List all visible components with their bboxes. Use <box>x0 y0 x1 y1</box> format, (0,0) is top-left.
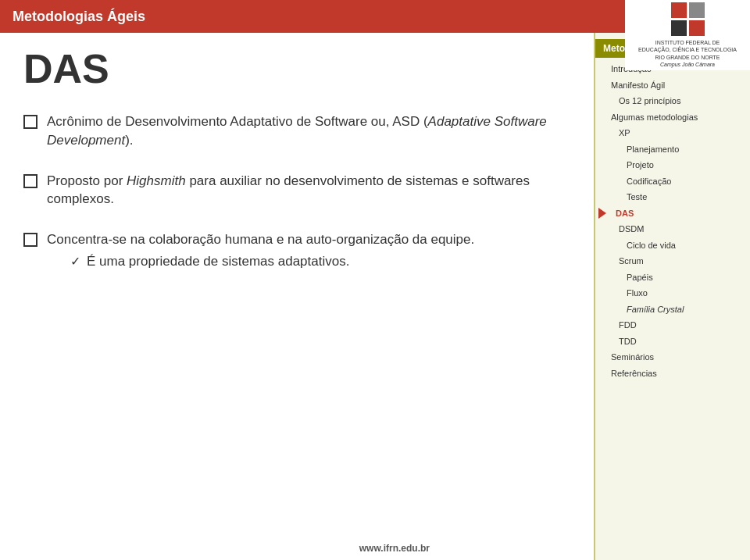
main-content: DAS Acrônimo de Desenvolvimento Adaptati… <box>0 33 750 560</box>
sidebar-item-papeis[interactable]: Papéis <box>595 269 750 286</box>
logo-text: INSTITUTO FEDERAL DE EDUCAÇÃO, CIÊNCIA E… <box>638 39 737 67</box>
logo-squares <box>671 2 705 36</box>
sidebar-item-12principios[interactable]: Os 12 princípios <box>595 93 750 109</box>
checkbox-icon-3 <box>23 233 38 247</box>
bullet-text-3: Concentra-se na colaboração humana e na … <box>47 230 474 249</box>
sidebar-item-tdd[interactable]: TDD <box>595 334 750 350</box>
checkbox-icon-2 <box>23 174 38 188</box>
sidebar-item-xp[interactable]: XP <box>595 125 750 141</box>
logo-area: INSTITUTO FEDERAL DE EDUCAÇÃO, CIÊNCIA E… <box>625 0 750 70</box>
page-title: DAS <box>23 48 570 89</box>
sidebar-item-dsdm[interactable]: DSDM <box>595 221 750 237</box>
sidebar-item-algumas[interactable]: Algumas metodologias <box>595 109 750 126</box>
bullet-text-1: Acrônimo de Desenvolvimento Adaptativo d… <box>47 112 570 150</box>
left-panel: DAS Acrônimo de Desenvolvimento Adaptati… <box>0 33 594 560</box>
header-title: Metodologias Ágeis <box>12 9 145 25</box>
sidebar-item-referencias[interactable]: Referências <box>595 366 750 382</box>
footer: www.ifrn.edu.br <box>359 543 430 554</box>
sidebar-item-projeto[interactable]: Projeto <box>595 157 750 173</box>
sidebar-item-scrum[interactable]: Scrum <box>595 253 750 269</box>
sidebar-item-fdd[interactable]: FDD <box>595 317 750 334</box>
bullet-item-3: Concentra-se na colaboração humana e na … <box>23 230 570 269</box>
checkbox-icon-1 <box>23 115 38 129</box>
checkmark-icon: ✓ <box>70 254 80 269</box>
sidebar-item-familia-crystal[interactable]: Família Crystal <box>595 301 750 318</box>
sidebar-item-seminarios[interactable]: Seminários <box>595 349 750 366</box>
right-sidebar: Metodologias Ágeis Introdução Manifesto … <box>594 33 750 560</box>
sidebar-item-planejamento[interactable]: Planejamento <box>595 141 750 158</box>
logo-sq-gray1 <box>689 2 705 18</box>
logo-sq-dark1 <box>671 20 687 36</box>
das-arrow-icon <box>598 208 606 219</box>
bullet-text-2: Proposto por Highsmith para auxiliar no … <box>47 172 570 209</box>
sidebar-item-ciclo[interactable]: Ciclo de vida <box>595 237 750 254</box>
sidebar-item-das[interactable]: DAS <box>595 205 750 222</box>
sidebar-item-wrapper-das: DAS <box>595 205 750 222</box>
sub-text-1: É uma propriedade de sistemas adaptativo… <box>87 254 349 269</box>
sidebar-item-codificacao[interactable]: Codificação <box>595 173 750 190</box>
sidebar-item-fluxo[interactable]: Fluxo <box>595 285 750 301</box>
sub-item-1: ✓ É uma propriedade de sistemas adaptati… <box>70 254 474 269</box>
bullet-item-2: Proposto por Highsmith para auxiliar no … <box>23 172 570 209</box>
ifrn-logo: INSTITUTO FEDERAL DE EDUCAÇÃO, CIÊNCIA E… <box>638 2 737 67</box>
bullet-item-1: Acrônimo de Desenvolvimento Adaptativo d… <box>23 112 570 150</box>
sidebar-item-manifesto[interactable]: Manifesto Ágil <box>595 77 750 94</box>
logo-sq-red1 <box>671 2 687 18</box>
logo-sq-red2 <box>689 20 705 36</box>
sidebar-item-teste[interactable]: Teste <box>595 189 750 205</box>
footer-url: www.ifrn.edu.br <box>359 543 430 554</box>
